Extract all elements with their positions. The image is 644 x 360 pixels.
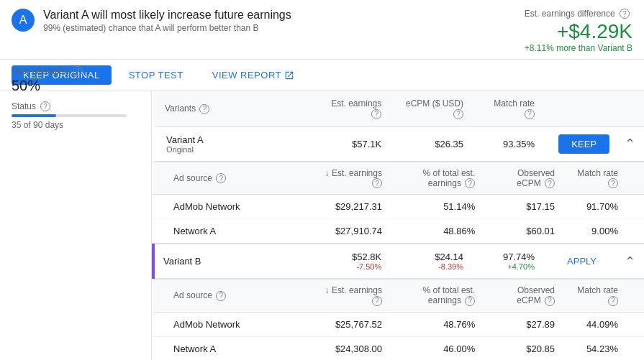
- variant-a-source2-ecpm: $60.01: [484, 219, 563, 244]
- variant-a-source1-ecpm: $17.15: [484, 195, 563, 219]
- variant-a-source2-match: 9.00%: [563, 219, 627, 244]
- est-earnings-col-help-icon[interactable]: ?: [371, 109, 381, 119]
- variant-a-observed-help[interactable]: ?: [545, 178, 555, 188]
- variant-a-est-earnings: $57.1K: [352, 139, 381, 149]
- variant-b-ecpm-diff: -8.39%: [399, 262, 463, 271]
- variant-b-source2-earnings: $24,308.00: [312, 336, 391, 360]
- external-link-icon: [284, 70, 294, 80]
- variant-a-source1-name: AdMob Network: [153, 195, 312, 219]
- est-earnings-label: Est. earnings difference: [525, 9, 615, 19]
- est-earnings-help-icon[interactable]: ?: [620, 9, 630, 19]
- variant-b-pct-help[interactable]: ?: [465, 296, 475, 306]
- ecpm-col-help-icon[interactable]: ?: [453, 109, 463, 119]
- avatar: A: [12, 9, 35, 32]
- variant-b-sub-table: Ad source ? ↓ Est. earnings ?: [153, 279, 644, 360]
- variant-a-chevron-icon[interactable]: ⌃: [625, 137, 635, 151]
- variant-a-name: Variant A: [166, 134, 303, 145]
- ecpm-col-header: eCPM ($ USD): [406, 98, 463, 109]
- variant-a-source1-earnings: $29,217.31: [312, 195, 391, 219]
- variant-a-ad-source-row-2: Network A $27,910.74 48.86% $60.01 9.00%: [153, 219, 644, 244]
- variant-b-est-earnings-header: ↓ Est. earnings: [325, 285, 382, 295]
- variant-a-match-rate-header: Match rate: [577, 168, 618, 178]
- view-report-button[interactable]: VIEW REPORT: [201, 65, 306, 85]
- match-rate-col-header: Match rate: [494, 98, 535, 109]
- variant-b-ad-source-header: Ad source: [173, 290, 212, 300]
- variant-a-source2-name: Network A: [153, 219, 312, 244]
- variant-b-ad-source-help[interactable]: ?: [216, 291, 226, 301]
- variant-b-ad-source-row-1: AdMob Network $25,767.52 48.76% $27.89 4…: [153, 312, 644, 336]
- variant-b-est-earnings: $52.8K: [320, 251, 381, 262]
- allocation-label: User allocation: [12, 66, 68, 76]
- variant-b-source2-pct: 46.00%: [391, 336, 484, 360]
- variant-a-source2-earnings: $27,910.74: [312, 219, 391, 244]
- allocation-help-icon[interactable]: ?: [73, 66, 83, 76]
- variant-a-sub: Original: [166, 145, 303, 154]
- variant-b-source2-name: Network A: [153, 336, 312, 360]
- variant-a-est-earnings-header: ↓ Est. earnings: [325, 168, 382, 178]
- variant-b-source2-match: 54.23%: [563, 336, 627, 360]
- variant-a-source2-pct: 48.86%: [391, 219, 484, 244]
- variant-b-apply-button[interactable]: APPLY: [554, 251, 609, 271]
- variant-b-name: Variant B: [163, 256, 303, 267]
- variant-a-ad-source-row-1: AdMob Network $29,217.31 51.14% $17.15 9…: [153, 195, 644, 219]
- page-subtitle: 99% (estimated) chance that A will perfo…: [43, 23, 496, 33]
- variant-a-pct-help[interactable]: ?: [465, 178, 475, 188]
- variant-b-match-rate: 97.74%: [481, 251, 535, 262]
- variant-b-match-rate-diff: +4.70%: [481, 262, 535, 271]
- earnings-amount: +$4.29K: [525, 22, 632, 42]
- variant-b-chevron-icon[interactable]: ⌃: [625, 254, 635, 269]
- days-label: 35 of 90 days: [12, 120, 140, 130]
- variant-b-source2-ecpm: $20.85: [484, 336, 563, 360]
- variants-col-header: Variants: [165, 103, 196, 114]
- variant-a-est-earnings-sub-help[interactable]: ?: [372, 178, 382, 188]
- variant-a-source1-match: 91.70%: [563, 195, 627, 219]
- progress-bar-fill: [12, 114, 56, 117]
- variant-b-source1-earnings: $25,767.52: [312, 312, 391, 336]
- allocation-value: 50%: [12, 78, 140, 94]
- variant-b-ad-source-row-2: Network A $24,308.00 46.00% $20.85 54.23…: [153, 336, 644, 360]
- variant-b-observed-help[interactable]: ?: [545, 296, 555, 306]
- variant-a-ad-source-header: Ad source: [173, 173, 212, 183]
- match-rate-col-help-icon[interactable]: ?: [525, 109, 535, 119]
- variant-b-ecpm: $24.14: [399, 251, 463, 262]
- variant-a-match-rate: 93.35%: [503, 139, 535, 149]
- variant-a-source1-pct: 51.14%: [391, 195, 484, 219]
- variant-a-ecpm: $26.35: [435, 139, 463, 149]
- status-help-icon[interactable]: ?: [40, 101, 50, 111]
- variant-b-source1-match: 44.09%: [563, 312, 627, 336]
- variant-b-source1-pct: 48.76%: [391, 312, 484, 336]
- status-label: Status: [12, 101, 36, 111]
- variant-a-keep-button[interactable]: KEEP: [558, 134, 609, 154]
- variant-b-est-sub-help[interactable]: ?: [372, 296, 382, 306]
- left-panel: User allocation ? 50% Status ? 35 of 90 …: [0, 57, 151, 146]
- variant-b-match-rate-header: Match rate: [577, 285, 618, 295]
- variant-b-est-earnings-diff: -7.50%: [320, 262, 381, 271]
- variant-a-match-help[interactable]: ?: [608, 178, 618, 188]
- est-earnings-col-header: Est. earnings: [331, 98, 381, 109]
- page-title: Variant A will most likely increase futu…: [43, 9, 496, 22]
- variant-b-source1-name: AdMob Network: [153, 312, 312, 336]
- earnings-sub: +8.11% more than Variant B: [525, 43, 632, 53]
- variant-b-source1-ecpm: $27.89: [484, 312, 563, 336]
- variant-b-match-help[interactable]: ?: [608, 296, 618, 306]
- progress-bar-background: [12, 114, 127, 117]
- variant-a-ad-source-help[interactable]: ?: [216, 173, 226, 183]
- variant-a-sub-table: Ad source ? ↓ Est. earnings ?: [153, 162, 644, 244]
- main-content: Variants ? Est. earnings ? eCPM ($ USD) …: [151, 91, 644, 360]
- variants-help-icon[interactable]: ?: [199, 104, 209, 114]
